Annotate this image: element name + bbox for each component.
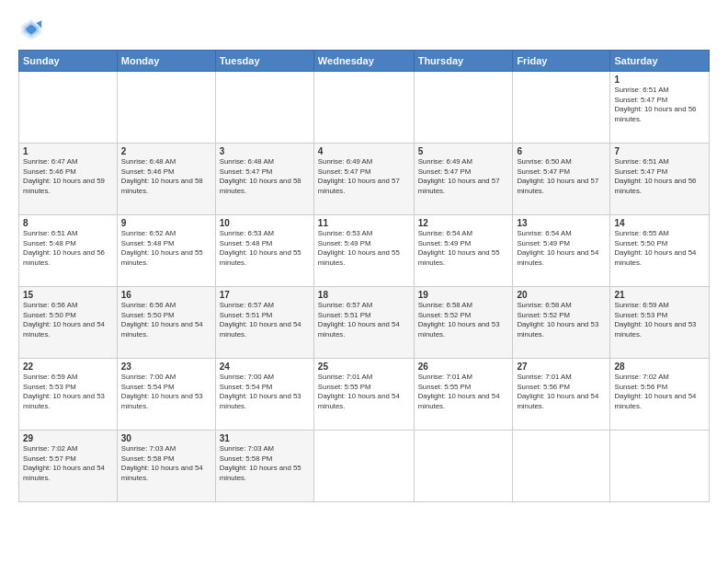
calendar-cell: 28Sunrise: 7:02 AMSunset: 5:56 PMDayligh… (610, 359, 710, 431)
day-number: 23 (121, 362, 211, 372)
day-number: 25 (318, 362, 410, 372)
calendar-cell: 27Sunrise: 7:01 AMSunset: 5:56 PMDayligh… (513, 359, 610, 431)
calendar-cell: 13Sunrise: 6:54 AMSunset: 5:49 PMDayligh… (513, 215, 610, 287)
header-wednesday: Wednesday (313, 51, 414, 72)
day-info: Sunrise: 7:00 AMSunset: 5:54 PMDaylight:… (121, 373, 211, 411)
calendar-week-row: 1Sunrise: 6:47 AMSunset: 5:46 PMDaylight… (19, 144, 710, 215)
calendar-cell: 23Sunrise: 7:00 AMSunset: 5:54 PMDayligh… (117, 359, 215, 431)
day-number: 17 (220, 290, 310, 300)
calendar-cell: 7Sunrise: 6:51 AMSunset: 5:47 PMDaylight… (610, 144, 710, 215)
day-number: 14 (614, 218, 705, 228)
calendar-cell (513, 431, 610, 502)
day-info: Sunrise: 6:59 AMSunset: 5:53 PMDaylight:… (23, 373, 113, 411)
day-info: Sunrise: 6:51 AMSunset: 5:47 PMDaylight:… (614, 86, 705, 124)
calendar-week-row: 8Sunrise: 6:51 AMSunset: 5:48 PMDaylight… (19, 215, 710, 287)
day-info: Sunrise: 6:49 AMSunset: 5:47 PMDaylight:… (318, 157, 410, 196)
calendar-cell (313, 72, 414, 144)
day-number: 13 (517, 218, 606, 228)
day-number: 9 (121, 218, 211, 228)
calendar-cell (414, 72, 513, 144)
day-number: 22 (23, 362, 113, 372)
day-number: 26 (418, 362, 509, 372)
day-number: 7 (614, 146, 705, 156)
day-info: Sunrise: 6:51 AMSunset: 5:48 PMDaylight:… (23, 229, 113, 268)
calendar-cell: 22Sunrise: 6:59 AMSunset: 5:53 PMDayligh… (19, 359, 118, 431)
calendar-cell: 25Sunrise: 7:01 AMSunset: 5:55 PMDayligh… (313, 359, 414, 431)
header-tuesday: Tuesday (215, 51, 313, 72)
day-info: Sunrise: 7:03 AMSunset: 5:58 PMDaylight:… (121, 444, 211, 483)
day-info: Sunrise: 7:01 AMSunset: 5:55 PMDaylight:… (318, 373, 410, 411)
calendar-cell (117, 72, 215, 144)
day-number: 29 (23, 433, 113, 443)
calendar-cell (313, 431, 414, 502)
calendar-cell: 16Sunrise: 6:56 AMSunset: 5:50 PMDayligh… (117, 287, 215, 359)
calendar-cell: 4Sunrise: 6:49 AMSunset: 5:47 PMDaylight… (313, 144, 414, 215)
calendar-cell: 24Sunrise: 7:00 AMSunset: 5:54 PMDayligh… (215, 359, 313, 431)
calendar-cell (513, 72, 610, 144)
day-number: 16 (121, 290, 211, 300)
calendar-cell: 1Sunrise: 6:51 AMSunset: 5:47 PMDaylight… (610, 72, 710, 144)
calendar-cell: 1Sunrise: 6:47 AMSunset: 5:46 PMDaylight… (19, 144, 118, 215)
day-number: 1 (23, 146, 113, 156)
day-info: Sunrise: 6:57 AMSunset: 5:51 PMDaylight:… (318, 301, 410, 339)
day-number: 27 (517, 362, 606, 372)
calendar-cell: 3Sunrise: 6:48 AMSunset: 5:47 PMDaylight… (215, 144, 313, 215)
calendar-cell: 11Sunrise: 6:53 AMSunset: 5:49 PMDayligh… (313, 215, 414, 287)
day-number: 18 (318, 290, 410, 300)
day-number: 28 (614, 362, 705, 372)
calendar-cell: 26Sunrise: 7:01 AMSunset: 5:55 PMDayligh… (414, 359, 513, 431)
logo (18, 17, 48, 42)
calendar-cell: 10Sunrise: 6:53 AMSunset: 5:48 PMDayligh… (215, 215, 313, 287)
day-number: 12 (418, 218, 509, 228)
day-info: Sunrise: 7:02 AMSunset: 5:57 PMDaylight:… (23, 444, 113, 483)
day-info: Sunrise: 6:57 AMSunset: 5:51 PMDaylight:… (220, 301, 310, 339)
calendar-cell: 18Sunrise: 6:57 AMSunset: 5:51 PMDayligh… (313, 287, 414, 359)
calendar-cell: 14Sunrise: 6:55 AMSunset: 5:50 PMDayligh… (610, 215, 710, 287)
day-number: 8 (23, 218, 113, 228)
header-monday: Monday (117, 51, 215, 72)
day-number: 3 (220, 146, 310, 156)
calendar-cell: 19Sunrise: 6:58 AMSunset: 5:52 PMDayligh… (414, 287, 513, 359)
day-info: Sunrise: 6:49 AMSunset: 5:47 PMDaylight:… (418, 157, 509, 196)
header-friday: Friday (513, 51, 610, 72)
calendar-cell: 6Sunrise: 6:50 AMSunset: 5:47 PMDaylight… (513, 144, 610, 215)
header-sunday: Sunday (19, 51, 118, 72)
calendar-week-row: 22Sunrise: 6:59 AMSunset: 5:53 PMDayligh… (19, 359, 710, 431)
calendar-cell (19, 72, 118, 144)
calendar-cell: 5Sunrise: 6:49 AMSunset: 5:47 PMDaylight… (414, 144, 513, 215)
day-number: 21 (614, 290, 705, 300)
day-info: Sunrise: 6:56 AMSunset: 5:50 PMDaylight:… (121, 301, 211, 339)
day-info: Sunrise: 7:01 AMSunset: 5:56 PMDaylight:… (517, 373, 606, 411)
calendar-cell: 31Sunrise: 7:03 AMSunset: 5:58 PMDayligh… (215, 431, 313, 502)
day-info: Sunrise: 6:53 AMSunset: 5:48 PMDaylight:… (220, 229, 310, 268)
day-info: Sunrise: 7:00 AMSunset: 5:54 PMDaylight:… (220, 373, 310, 411)
day-info: Sunrise: 6:48 AMSunset: 5:47 PMDaylight:… (220, 157, 310, 196)
day-number: 6 (517, 146, 606, 156)
calendar-cell: 12Sunrise: 6:54 AMSunset: 5:49 PMDayligh… (414, 215, 513, 287)
day-number: 15 (23, 290, 113, 300)
day-number: 24 (220, 362, 310, 372)
calendar-cell: 17Sunrise: 6:57 AMSunset: 5:51 PMDayligh… (215, 287, 313, 359)
day-info: Sunrise: 6:58 AMSunset: 5:52 PMDaylight:… (418, 301, 509, 339)
day-info: Sunrise: 7:01 AMSunset: 5:55 PMDaylight:… (418, 373, 509, 411)
calendar-cell: 30Sunrise: 7:03 AMSunset: 5:58 PMDayligh… (117, 431, 215, 502)
day-number: 1 (614, 75, 705, 85)
day-info: Sunrise: 6:56 AMSunset: 5:50 PMDaylight:… (23, 301, 113, 339)
logo-icon (18, 17, 44, 42)
day-number: 31 (220, 433, 310, 443)
calendar-cell (215, 72, 313, 144)
header-thursday: Thursday (414, 51, 513, 72)
calendar-cell: 9Sunrise: 6:52 AMSunset: 5:48 PMDaylight… (117, 215, 215, 287)
day-number: 5 (418, 146, 509, 156)
calendar-cell: 29Sunrise: 7:02 AMSunset: 5:57 PMDayligh… (19, 431, 118, 502)
day-number: 4 (318, 146, 410, 156)
calendar-week-row: 1Sunrise: 6:51 AMSunset: 5:47 PMDaylight… (19, 72, 710, 144)
calendar-cell (610, 431, 710, 502)
page: SundayMondayTuesdayWednesdayThursdayFrid… (0, 0, 728, 563)
calendar-cell: 15Sunrise: 6:56 AMSunset: 5:50 PMDayligh… (19, 287, 118, 359)
day-info: Sunrise: 6:59 AMSunset: 5:53 PMDaylight:… (614, 301, 705, 339)
calendar: SundayMondayTuesdayWednesdayThursdayFrid… (18, 50, 710, 502)
day-number: 10 (220, 218, 310, 228)
day-info: Sunrise: 6:53 AMSunset: 5:49 PMDaylight:… (318, 229, 410, 268)
day-info: Sunrise: 6:55 AMSunset: 5:50 PMDaylight:… (614, 229, 705, 268)
